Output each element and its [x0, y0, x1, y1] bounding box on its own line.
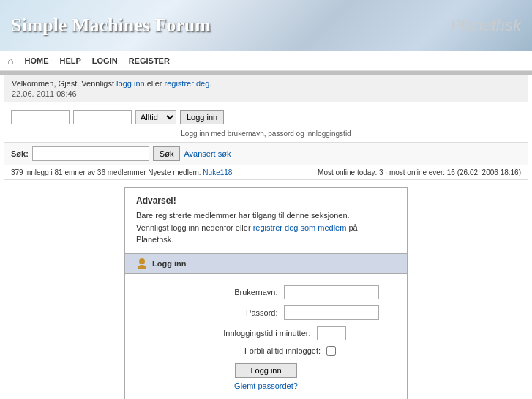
login-section-title: Logg inn — [152, 259, 186, 268]
search-input[interactable] — [32, 146, 149, 161]
forgot-password-link[interactable]: Glemt passordet? — [234, 381, 298, 390]
search-label: Søk: — [11, 149, 29, 158]
duration-field[interactable]: 60 — [317, 326, 346, 340]
username-row: Brukernavn: — [140, 285, 392, 299]
nav-login[interactable]: LOGIN — [92, 56, 118, 65]
warning-title: Advarsel! — [125, 188, 407, 209]
nav-help[interactable]: HELP — [59, 56, 80, 65]
username-field[interactable] — [284, 285, 379, 299]
duration-row: Innloggingstid i minutter: 60 — [140, 326, 392, 340]
login-submit-button[interactable]: Logg inn — [235, 363, 296, 378]
search-bar: Søk: Søk Avansert søk — [4, 142, 528, 165]
search-button[interactable]: Søk — [153, 146, 181, 161]
top-duration-select[interactable]: Alltid 1 time 1 dag 1 uke — [135, 110, 176, 124]
main-content: Velkommen, Gjest. Vennligst logg inn ell… — [0, 75, 532, 399]
site-name: Planethsk — [450, 16, 521, 35]
svg-point-1 — [138, 265, 146, 269]
stats-right: Most online today: 3 · most online ever:… — [318, 168, 521, 176]
stay-logged-row: Forbli alltid innlogget: — [140, 346, 392, 356]
username-label: Brukernavn: — [154, 288, 278, 297]
stay-logged-checkbox[interactable] — [326, 346, 336, 356]
home-icon: ⌂ — [7, 55, 13, 67]
top-login-bar: Alltid 1 time 1 dag 1 uke Logg inn — [4, 106, 528, 128]
nav-register[interactable]: REGISTER — [129, 56, 170, 65]
stats-bar: 379 innlegg i 81 emner av 36 medlemmer N… — [4, 165, 528, 180]
stats-left: 379 innlegg i 81 emner av 36 medlemmer N… — [11, 168, 203, 176]
navbar: ⌂ HOME HELP LOGIN REGISTER — [0, 51, 532, 71]
newest-member-link[interactable]: Nuke118 — [203, 168, 232, 176]
password-field[interactable] — [284, 305, 379, 320]
welcome-date: 22.06. 2011 08:46 — [12, 89, 520, 98]
top-login-button[interactable]: Logg inn — [180, 110, 224, 124]
warning-box: Advarsel! Bare registrerte medlemmer har… — [124, 187, 408, 399]
login-link[interactable]: logg inn — [116, 79, 145, 88]
svg-point-0 — [139, 258, 145, 264]
register-link[interactable]: registrer deg — [165, 79, 210, 88]
login-section-header: Logg inn — [125, 253, 407, 274]
user-icon — [136, 258, 148, 269]
advanced-search-link[interactable]: Avansert søk — [184, 149, 231, 158]
login-hint: Logg inn med brukernavn, passord og innl… — [0, 128, 532, 142]
password-label: Passord: — [154, 308, 278, 317]
stay-label: Forbli alltid innlogget: — [196, 346, 321, 355]
submit-row: Logg inn — [140, 363, 392, 378]
site-title: Simple Machines Forum — [11, 15, 211, 37]
welcome-text: Velkommen, Gjest. Vennligst logg inn ell… — [12, 79, 520, 88]
warning-register-link[interactable]: registrer deg som medlem — [253, 223, 347, 232]
warning-line2: Vennligst logg inn nedenfor eller regist… — [136, 222, 396, 246]
top-username-input[interactable] — [11, 110, 70, 124]
top-password-input[interactable] — [73, 110, 132, 124]
password-row: Passord: — [140, 305, 392, 320]
warning-body: Bare registrerte medlemmer har tilgang t… — [125, 209, 407, 253]
nav-home[interactable]: HOME — [24, 56, 48, 65]
duration-label: Innloggingstid i minutter: — [187, 329, 311, 338]
welcome-bar: Velkommen, Gjest. Vennligst logg inn ell… — [4, 75, 528, 102]
forgot-row: Glemt passordet? — [140, 381, 392, 390]
warning-line1: Bare registrerte medlemmer har tilgang t… — [136, 209, 396, 222]
header: Simple Machines Forum Planethsk — [0, 0, 532, 51]
login-form: Brukernavn: Passord: Innloggingstid i mi… — [125, 274, 407, 400]
